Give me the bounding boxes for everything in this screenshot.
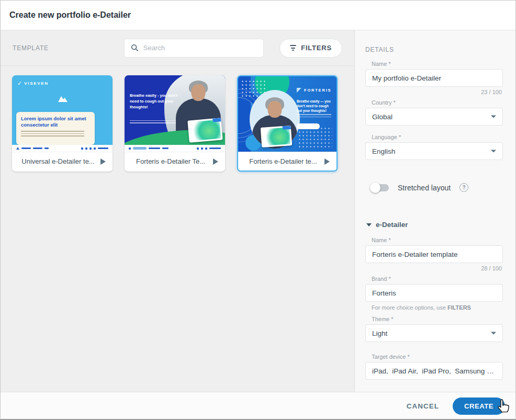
language-select[interactable]: English bbox=[365, 142, 503, 160]
template-pane: TEMPLATE FILTERS ✓VISEVEN Lorem ipsum do… bbox=[1, 30, 355, 392]
home-icon bbox=[16, 147, 19, 150]
collapse-arrow-icon bbox=[366, 223, 372, 226]
thumbnail-heading: Breathe easily — you don't need to cough… bbox=[297, 99, 334, 113]
thumbnail-bodytext-placeholder bbox=[297, 114, 331, 119]
template-thumbnail: Breathe easily - you don't need to cough… bbox=[125, 75, 225, 152]
play-icon[interactable] bbox=[100, 158, 106, 165]
template-card-footer: Forteris e-Detailer te... bbox=[238, 152, 336, 171]
template-card-list: ✓VISEVEN Lorem ipsum dolor sit amet cons… bbox=[1, 66, 354, 181]
edetailer-group-title: e-Detailer bbox=[376, 221, 408, 229]
play-icon[interactable] bbox=[213, 158, 218, 165]
chevron-down-icon bbox=[491, 116, 496, 118]
template-card-title: Universal e-Detailer te... bbox=[21, 157, 103, 165]
edetailer-name-label: Name * bbox=[372, 237, 503, 243]
product-box bbox=[261, 126, 293, 147]
template-card-title: Forteris e-Detailer Te... bbox=[136, 157, 214, 165]
thumbnail-mini-navbar bbox=[125, 145, 225, 152]
chevron-down-icon bbox=[491, 332, 496, 335]
dialog-title: Create new portfolio e-Detailer bbox=[9, 10, 131, 20]
stretched-layout-toggle[interactable] bbox=[372, 184, 389, 191]
name-label: Name * bbox=[372, 61, 503, 67]
thumbnail-heading: Breathe easily - you don't need to cough… bbox=[130, 93, 180, 110]
dialog-footer: CANCEL CREATE bbox=[1, 392, 516, 419]
edetailer-group-header[interactable]: e-Detailer bbox=[366, 221, 503, 229]
theme-value: Light bbox=[372, 330, 387, 337]
brand-label: Brand * bbox=[372, 276, 503, 282]
chevron-down-icon bbox=[491, 150, 496, 153]
thumbnail-bodytext-placeholder bbox=[21, 131, 84, 137]
search-input[interactable] bbox=[143, 44, 257, 52]
filters-button[interactable]: FILTERS bbox=[279, 39, 342, 58]
search-icon bbox=[131, 44, 139, 52]
template-card-footer: Forteris e-Detailer Te... bbox=[125, 152, 225, 171]
country-label: Country * bbox=[372, 99, 503, 106]
language-label: Language * bbox=[372, 134, 503, 140]
theme-label: Theme * bbox=[372, 316, 503, 322]
thumbnail-text-panel: Lorem ipsum dolor sit amet consectetur e… bbox=[16, 112, 95, 145]
viseven-logo: ✓VISEVEN bbox=[17, 80, 49, 87]
details-pane: DETAILS Name * 23 / 100 Country * Global… bbox=[355, 30, 516, 392]
name-char-counter: 23 / 100 bbox=[365, 89, 503, 95]
brand-hint: For more choice options, use FILTERS bbox=[372, 304, 503, 311]
toggle-knob bbox=[370, 183, 380, 193]
filter-icon bbox=[290, 45, 296, 51]
help-icon[interactable]: ? bbox=[459, 183, 468, 192]
template-card-forteris-2-selected[interactable]: FORTERIS Breathe easily — you don't need… bbox=[237, 75, 338, 172]
thumbnail-heading: Lorem ipsum dolor sit amet consectetur e… bbox=[21, 116, 90, 129]
template-section-label: TEMPLATE bbox=[13, 44, 49, 52]
template-card-title: Forteris e-Detailer te... bbox=[249, 157, 325, 165]
search-box[interactable] bbox=[124, 39, 264, 58]
stretched-layout-row: Stretched layout ? bbox=[372, 183, 503, 192]
check-icon: ✓ bbox=[17, 80, 22, 87]
template-toolbar: TEMPLATE FILTERS bbox=[1, 30, 354, 66]
filters-button-label: FILTERS bbox=[301, 44, 332, 52]
product-box bbox=[187, 118, 222, 142]
theme-select[interactable]: Light bbox=[365, 324, 503, 342]
flag-icon bbox=[297, 88, 301, 93]
details-section-label: DETAILS bbox=[365, 46, 503, 53]
cancel-button[interactable]: CANCEL bbox=[407, 402, 439, 410]
target-device-label: Target device * bbox=[372, 354, 503, 360]
edetailer-name-input[interactable] bbox=[365, 245, 503, 263]
brand-input[interactable] bbox=[365, 284, 503, 302]
template-thumbnail: ✓VISEVEN Lorem ipsum dolor sit amet cons… bbox=[12, 75, 113, 152]
dots-pattern bbox=[298, 127, 332, 147]
create-button[interactable]: CREATE bbox=[453, 398, 505, 415]
template-card-universal[interactable]: ✓VISEVEN Lorem ipsum dolor sit amet cons… bbox=[12, 75, 113, 172]
thumbnail-mini-navbar bbox=[12, 145, 113, 152]
template-card-forteris-1[interactable]: Breathe easily - you don't need to cough… bbox=[125, 75, 225, 172]
name-input[interactable] bbox=[365, 69, 503, 87]
target-device-input[interactable] bbox=[365, 362, 503, 380]
create-portfolio-dialog: Create new portfolio e-Detailer TEMPLATE… bbox=[0, 0, 516, 420]
edetailer-name-char-counter: 28 / 100 bbox=[365, 265, 503, 271]
forteris-logo: FORTERIS bbox=[297, 88, 331, 93]
template-thumbnail: FORTERIS Breathe easily — you don't need… bbox=[238, 76, 336, 152]
stretched-layout-label: Stretched layout bbox=[398, 184, 451, 192]
thumbnail-bodytext-placeholder bbox=[130, 120, 176, 125]
mountain-icon bbox=[55, 94, 70, 102]
dialog-header: Create new portfolio e-Detailer bbox=[1, 1, 515, 30]
template-card-footer: Universal e-Detailer te... bbox=[12, 152, 113, 171]
play-icon[interactable] bbox=[324, 158, 330, 165]
country-value: Global bbox=[372, 113, 392, 121]
country-select[interactable]: Global bbox=[365, 108, 503, 126]
language-value: English bbox=[372, 147, 395, 155]
